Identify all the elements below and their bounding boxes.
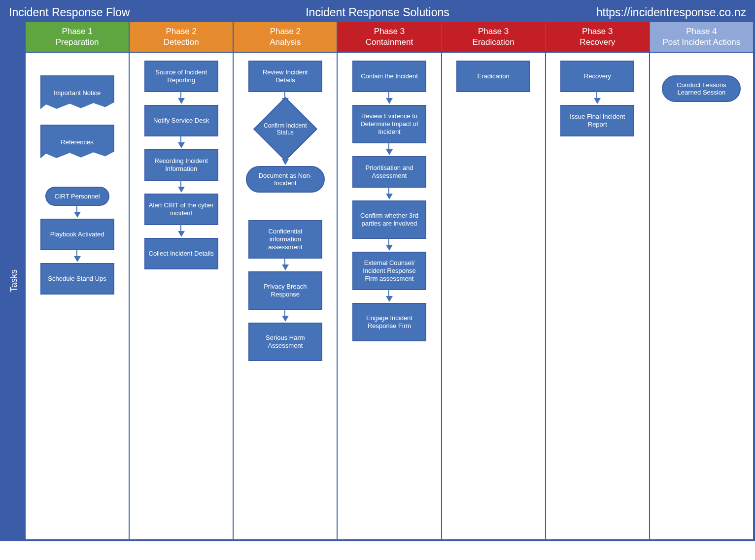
swimlane-grid: Tasks Phase 1 Preparation Important Noti… xyxy=(2,22,753,539)
node-privacy-breach: Privacy Breach Response xyxy=(248,271,322,310)
node-recovery: Recovery xyxy=(560,61,634,92)
arrow-icon xyxy=(386,98,393,104)
phase-name: Preparation xyxy=(56,37,99,47)
diamond-label: Confirm Incident Status xyxy=(256,122,314,136)
row-label-tasks: Tasks xyxy=(2,22,25,539)
phase-label: Phase 2 xyxy=(166,27,197,36)
phase-name: Eradication xyxy=(473,37,515,47)
arrow-icon xyxy=(386,245,393,251)
arrow-icon xyxy=(178,142,185,148)
lane-header-eradication: Phase 3 Eradication xyxy=(442,22,545,53)
node-cirt-personnel: CIRT Personnel xyxy=(45,187,109,206)
arrow-icon xyxy=(282,159,289,165)
node-lessons-learned: Conduct Lessons Learned Session xyxy=(662,75,741,102)
node-schedule-standups: Schedule Stand Ups xyxy=(40,263,114,295)
phase-name: Analysis xyxy=(270,37,301,47)
phase-name: Recovery xyxy=(580,37,615,47)
node-engage-firm: Engage Incident Response Firm xyxy=(352,303,426,341)
phase-label: Phase 1 xyxy=(62,27,92,36)
lane-preparation: Phase 1 Preparation Important Notice Ref… xyxy=(25,22,129,539)
phase-label: Phase 2 xyxy=(270,27,301,36)
arrow-icon xyxy=(386,194,393,199)
lane-eradication: Phase 3 Eradication Eradication xyxy=(441,22,545,539)
node-external-counsel: External Counsel/ Incident Response Firm… xyxy=(352,252,426,290)
node-review-details: Review Incident Details xyxy=(248,61,322,92)
title-right: https://incidentresponse.co.nz xyxy=(500,6,746,19)
node-eradication: Eradication xyxy=(456,61,530,92)
node-alert-cirt: Alert CIRT of the cyber incident xyxy=(144,194,218,225)
lane-post-incident: Phase 4 Post Incident Actions Conduct Le… xyxy=(649,22,753,539)
node-confidential-assessment: Confidential information assessment xyxy=(248,220,322,259)
lane-analysis: Phase 2 Analysis Review Incident Details… xyxy=(233,22,337,539)
node-contain-incident: Contain the Incident xyxy=(352,61,426,92)
title-left: Incident Response Flow xyxy=(9,6,255,19)
title-bar: Incident Response Flow Incident Response… xyxy=(2,2,753,22)
node-review-evidence: Review Evidence to Determine Impact of I… xyxy=(352,105,426,143)
node-collect-details: Collect Incident Details xyxy=(144,238,218,269)
phase-label: Phase 3 xyxy=(582,27,613,36)
node-serious-harm: Serious Harm Assessment xyxy=(248,323,322,361)
node-document-non-incident: Document as Non-Incident xyxy=(246,166,325,193)
lane-recovery: Phase 3 Recovery Recovery Issue Final In… xyxy=(545,22,649,539)
arrow-icon xyxy=(594,98,601,104)
node-confirm-status: Confirm Incident Status xyxy=(253,105,318,153)
lane-containment: Phase 3 Containment Contain the Incident… xyxy=(337,22,441,539)
arrow-icon xyxy=(386,296,393,302)
node-source-reporting: Source of Incident Reporting xyxy=(144,61,218,92)
lane-detection: Phase 2 Detection Source of Incident Rep… xyxy=(129,22,233,539)
diagram-frame: Incident Response Flow Incident Response… xyxy=(0,0,755,541)
arrow-icon xyxy=(178,187,185,193)
node-recording-info: Recording Incident Information xyxy=(144,149,218,181)
node-prioritisation: Prioritisation and Assessment xyxy=(352,156,426,188)
node-references: References xyxy=(40,125,114,159)
node-final-report: Issue Final Incident Report xyxy=(560,105,634,136)
node-playbook-activated: Playbook Activated xyxy=(40,219,114,250)
phase-label: Phase 3 xyxy=(374,27,405,36)
arrow-icon xyxy=(386,149,393,155)
phase-name: Detection xyxy=(164,37,199,47)
lane-header-containment: Phase 3 Containment xyxy=(338,22,441,53)
lane-header-detection: Phase 2 Detection xyxy=(130,22,233,53)
node-notify-service-desk: Notify Service Desk xyxy=(144,105,218,136)
phase-label: Phase 3 xyxy=(478,27,509,36)
arrow-icon xyxy=(74,212,81,218)
node-third-parties: Confirm whether 3rd parties are involved xyxy=(352,200,426,239)
phase-name: Post Incident Actions xyxy=(663,37,741,47)
title-center: Incident Response Solutions xyxy=(255,6,501,19)
lane-header-analysis: Phase 2 Analysis xyxy=(234,22,337,53)
arrow-icon xyxy=(178,98,185,104)
lane-header-preparation: Phase 1 Preparation xyxy=(26,22,129,53)
lane-header-recovery: Phase 3 Recovery xyxy=(546,22,649,53)
lane-header-post-incident: Phase 4 Post Incident Actions xyxy=(650,22,753,53)
phase-name: Containment xyxy=(366,37,413,47)
phase-label: Phase 4 xyxy=(686,27,717,36)
arrow-icon xyxy=(74,256,81,262)
arrow-icon xyxy=(178,231,185,237)
node-important-notice: Important Notice xyxy=(40,75,114,110)
arrow-icon xyxy=(282,316,289,322)
arrow-icon xyxy=(282,264,289,270)
